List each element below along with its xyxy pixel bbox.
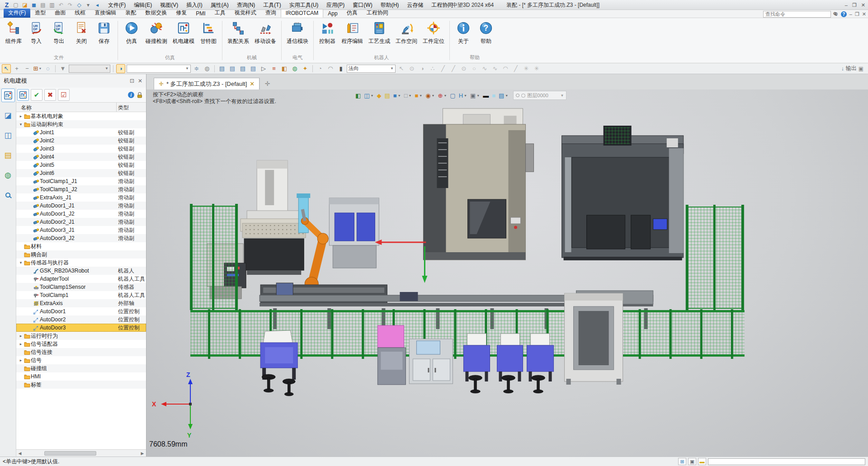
mechatronics-mode-icon[interactable] [17,89,29,101]
工艺生成-button[interactable]: 工艺生成 [366,20,392,47]
panel-dock-icon[interactable]: ⊡ [130,78,134,84]
tree-row[interactable]: Joint5铰链副 [16,161,146,169]
find-icon[interactable] [1,188,15,202]
tree-row[interactable]: ToolClamp1机器人工具 [16,291,146,299]
lamp-icon[interactable]: ◍ [203,64,212,73]
scroll-right-icon[interactable]: ▶ [139,451,146,456]
minimize-icon[interactable]: – [845,2,848,8]
tab-close-icon[interactable]: ✕ [250,80,255,87]
settings-gear-icon[interactable]: ⚙︎ [834,11,838,17]
print-icon[interactable]: ▤ [39,1,47,9]
tree-row[interactable]: 材料 [16,242,146,250]
app-logo-icon[interactable]: Z [3,1,11,9]
tree-arrow-icon[interactable]: ▸ [18,334,24,338]
tree-row[interactable]: ▸基本机电对象 [16,112,146,120]
panel-close-icon[interactable]: ✕ [138,78,142,84]
cnc-machine-right[interactable] [562,126,684,260]
tree-row[interactable]: Joint4铰链副 [16,153,146,161]
datum-plane-icon[interactable]: ▤ [384,91,391,100]
控制器-button[interactable]: 控制器 [316,20,338,47]
组件库-button[interactable]: 组件库 [3,20,24,47]
arc-tool-icon[interactable]: ◠ [326,64,335,73]
装配关系-button[interactable]: 装配关系 [225,20,251,47]
rotate-target-icon[interactable]: ⊕▼ [437,91,448,100]
cursor-icon[interactable]: ▷ [259,64,268,73]
spline2-snap-icon[interactable]: ✳ [532,64,541,73]
view-orientation-icon[interactable]: ◫▼ [363,91,374,100]
tree-row[interactable]: ExtraAxis外部轴 [16,299,146,307]
output-panel-toggle[interactable]: ↓输出▣ [841,65,866,72]
collapse-ribbon-icon[interactable]: ◂ [93,1,101,9]
tree-row[interactable]: Joint6铰链副 [16,169,146,177]
tree-column-header[interactable]: 名称 类型 [16,102,146,112]
tree-row[interactable]: 标签 [16,381,146,389]
doc-minimize-icon[interactable]: – [849,11,852,17]
document-tab[interactable]: ✛ * 多工序加工成功.Z3 - [Default] ✕ [154,78,259,89]
circle-snap-icon[interactable]: ⊙ [459,64,468,73]
layer-combo[interactable]: 图层0000▼ [513,91,566,100]
scroll-thumb[interactable] [44,451,96,456]
tree-row[interactable]: AutoDoor3_J1滑动副 [16,226,146,234]
ribbon-tab-仿真[interactable]: 仿真 [342,9,362,18]
zoom-window-icon[interactable]: ▢ [449,91,456,100]
save-file-icon[interactable]: ◼ [30,1,38,9]
list-col3-icon[interactable]: ▤ [238,64,247,73]
menu-item[interactable]: 实用工具(U) [285,0,323,10]
list-col1-icon[interactable]: ▤ [217,64,226,73]
solid-view-icon[interactable]: ■▼ [414,91,423,100]
tree-row[interactable]: ▸运行时行为 [16,332,146,340]
ribbon-tab-工程协同[interactable]: 工程协同 [362,9,393,18]
tree-row[interactable]: AutoDoor2_J1滑动副 [16,218,146,226]
export-panel-icon[interactable]: ↓ [841,66,844,72]
view-combo[interactable]: ▼ [127,65,191,73]
ribbon-tab-数据交换[interactable]: 数据交换 [141,9,171,18]
tree-row[interactable]: AutoDoor1_J2滑动副 [16,210,146,218]
apply-button[interactable]: ✔ [31,89,42,101]
snap-grid-icon[interactable]: ⊞▼ [33,64,42,73]
lock-icon[interactable] [137,92,142,98]
tree-row[interactable]: AutoDoor3位置控制 [16,324,146,332]
panel-grid-icon[interactable]: ▣ [859,66,863,72]
layers-stack-icon[interactable]: ≡ [269,64,278,73]
folder-lib-icon[interactable]: ◧ [280,64,289,73]
导出-button[interactable]: URDF导出 [48,20,70,47]
visual-manager-icon[interactable]: ◍ [1,168,15,182]
pick2-icon[interactable]: ↖ [397,64,406,73]
doc-close-icon[interactable]: ✕ [862,11,866,17]
new-tab-button[interactable]: ✛ [259,78,275,89]
机电建模-button[interactable]: 机电建模 [170,20,197,47]
arc-snap-icon[interactable]: ◠ [501,64,510,73]
info-icon[interactable]: i [128,92,134,98]
black-strip-icon[interactable]: ▬ [482,91,490,100]
doc-restore-icon[interactable]: ❐ [855,11,859,17]
cmm-machine[interactable] [241,160,307,275]
3d-canvas[interactable]: 按下<F2>动态的观察 <F8>或者<Shift-roll> 查找下一个有效的过… [146,89,868,457]
tree-row[interactable]: AdapterTool机器人工具 [16,275,146,283]
ribbon-tab-修复[interactable]: 修复 [171,9,191,18]
remove-entity-icon[interactable]: − [23,64,32,73]
ribbon-tab-IROBOTCAM[interactable]: IROBOTCAM [281,9,324,18]
scroll-left-icon[interactable]: ◀ [16,451,24,456]
cnc-machine-center[interactable] [423,108,533,260]
ribbon-tab-App[interactable]: App [323,10,342,18]
wireframe-view-icon[interactable]: □▼ [403,91,413,100]
tree-row[interactable]: AutoDoor2位置控制 [16,315,146,324]
导入-button[interactable]: URDF导入 [25,20,47,47]
cancel-button[interactable]: ✖ [44,89,56,101]
curve2-snap-icon[interactable]: ∿ [491,64,500,73]
normal-combo[interactable]: 法向▼ [347,65,396,73]
碰撞检测-button[interactable]: 碰撞检测 [143,20,170,47]
status-input[interactable] [708,458,865,465]
spline-snap-icon[interactable]: ✳ [522,64,531,73]
tree-row[interactable]: ExtraAxis_J1滑动副 [16,193,146,202]
ribbon-tab-文件(F)[interactable]: 文件(F) [4,9,30,18]
half-snap-icon[interactable]: ◑ [418,64,427,73]
ribbon-tab-PMI[interactable]: PMI [191,10,210,18]
tree-row[interactable]: 耦合副 [16,250,146,259]
help-icon[interactable]: ? [841,11,847,17]
history-manager-icon[interactable]: ◫ [1,128,15,142]
ribbon-tab-线框[interactable]: 线框 [70,9,90,18]
tree-row[interactable]: 信号连接 [16,348,146,356]
add-entity-icon[interactable]: + [12,64,21,73]
theme-toggle-icon[interactable]: ▬ [698,458,706,465]
